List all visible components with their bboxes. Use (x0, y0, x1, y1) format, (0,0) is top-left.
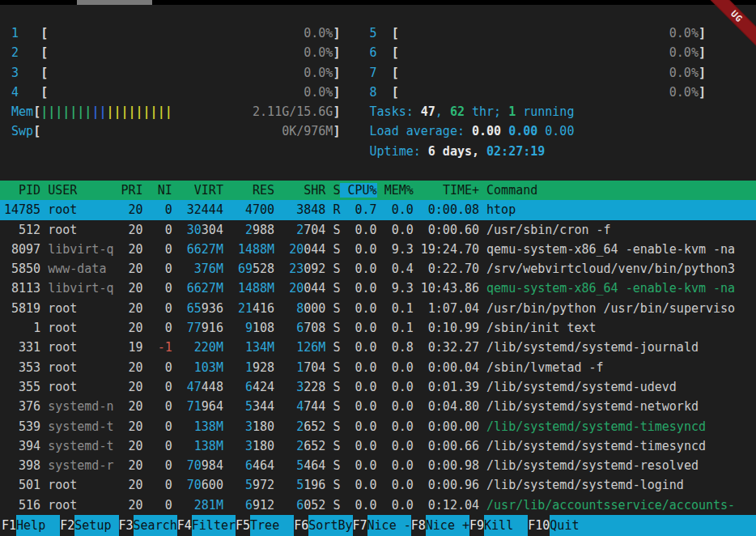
column-header-time[interactable]: TIME+ (414, 183, 479, 198)
fkey-label-f6[interactable]: SortBy (308, 515, 352, 536)
fkey-f2[interactable]: F2 (60, 515, 74, 536)
process-row[interactable]: 8097 libvirt-q 20 0 6627M 1488M 20044 S … (0, 240, 756, 259)
process-row[interactable]: 512 root 20 0 30304 2988 2704 S 0.0 0.0 … (0, 220, 756, 240)
process-row[interactable]: 355 root 20 0 47448 6424 3228 S 0.0 0.0 … (0, 377, 756, 397)
fkey-f1[interactable]: F1 (2, 515, 16, 536)
column-header-pri[interactable]: PRI (113, 183, 142, 198)
column-header-res[interactable]: RES (223, 183, 274, 198)
fkey-f8[interactable]: F8 (411, 515, 426, 536)
yellow-meter-pipes: ||||||||| (106, 104, 172, 119)
column-header-user[interactable]: USER (40, 183, 113, 198)
fkey-label-f10[interactable]: Quit (550, 515, 593, 536)
column-header-pid[interactable]: PID (4, 183, 40, 198)
column-header-s[interactable]: S (325, 183, 340, 198)
scrollbar-thumb[interactable] (77, 0, 152, 5)
process-row[interactable]: 516 root 20 0 281M 6912 6052 S 0.0 0.0 0… (0, 496, 756, 515)
fkey-f3[interactable]: F3 (119, 515, 134, 536)
uptime-row: Uptime: 6 days, 02:27:19 (4, 142, 706, 161)
fkey-label-f2[interactable]: Setup (74, 515, 118, 536)
fkey-label-f9[interactable]: Kill (484, 515, 528, 536)
process-row[interactable]: 501 root 20 0 70600 5972 5196 S 0.0 0.0 … (0, 475, 756, 495)
process-row[interactable]: 8113 libvirt-q 20 0 6627M 1488M 20044 S … (0, 279, 756, 298)
process-row[interactable]: 376 systemd-n 20 0 71964 5344 4744 S 0.0… (0, 397, 756, 416)
cpu-meter-row[interactable]: 3 [ 0.0%] 7 [ 0.0%] (4, 63, 706, 83)
column-header-cmd[interactable]: Command (479, 183, 537, 198)
fkey-f10[interactable]: F10 (528, 515, 550, 536)
process-row[interactable]: 353 root 20 0 103M 1928 1704 S 0.0 0.0 0… (0, 358, 756, 377)
system-meters: 1 [ 0.0%] 5 [ 0.0%] 2 [ 0.0%] 6 [ 0.0%] … (4, 23, 706, 161)
green-meter-pipes: ||||||| (40, 104, 91, 119)
process-row[interactable]: 394 systemd-t 20 0 138M 3180 2652 S 0.0 … (0, 436, 756, 456)
process-table: PID USER PRI NI VIRT RES SHR S CPU% MEM%… (0, 181, 756, 515)
fbar-fill (594, 515, 756, 536)
column-header-shr[interactable]: SHR (274, 183, 325, 198)
column-header-ni[interactable]: NI (143, 183, 172, 198)
ribbon-text: UG (728, 9, 745, 25)
fkey-label-f8[interactable]: Nice + (426, 515, 469, 536)
process-row[interactable]: 331 root 19 -1 220M 134M 126M S 0.0 0.8 … (0, 338, 756, 357)
fkey-label-f7[interactable]: Nice - (367, 515, 411, 536)
htop-terminal: UG 1 [ 0.0%] 5 [ 0.0%] 2 [ 0.0%] 6 [ 0.0… (0, 0, 756, 536)
fkey-label-f5[interactable]: Tree (250, 515, 294, 536)
fkey-f7[interactable]: F7 (353, 515, 367, 536)
cpu-meter-row[interactable]: 1 [ 0.0%] 5 [ 0.0%] (4, 23, 706, 43)
fkey-f6[interactable]: F6 (294, 515, 308, 536)
table-header-row: PID USER PRI NI VIRT RES SHR S CPU% MEM%… (0, 181, 756, 200)
fkey-label-f4[interactable]: Filter (192, 515, 236, 536)
process-row[interactable]: 14785 root 20 0 32444 4700 3848 R 0.7 0.… (0, 200, 756, 219)
column-header-virt[interactable]: VIRT (172, 183, 223, 198)
fkey-f5[interactable]: F5 (236, 515, 250, 536)
blue-meter-pipes: || (91, 104, 106, 119)
fkey-label-f3[interactable]: Search (134, 515, 177, 536)
column-header-cpu[interactable]: CPU% (340, 183, 376, 198)
fkey-f4[interactable]: F4 (177, 515, 192, 536)
process-row[interactable]: 5850 www-data 20 0 376M 69528 23092 S 0.… (0, 259, 756, 279)
process-row[interactable]: 539 systemd-t 20 0 138M 3180 2652 S 0.0 … (0, 417, 756, 436)
window-top-strip (0, 0, 756, 5)
cpu-meter-row[interactable]: 4 [ 0.0%] 8 [ 0.0%] (4, 83, 706, 102)
function-key-bar: F1Help F2Setup F3SearchF4FilterF5Tree F6… (0, 515, 756, 536)
process-row[interactable]: 5819 root 20 0 65936 21416 8000 S 0.0 0.… (0, 299, 756, 318)
column-header-mem[interactable]: MEM% (377, 183, 414, 198)
fkey-label-f1[interactable]: Help (16, 515, 60, 536)
swap-meter-row[interactable]: Swp[ 0K/976M] Load average: 0.00 0.00 0.… (4, 121, 706, 141)
process-row[interactable]: 398 systemd-r 20 0 70984 6464 5464 S 0.0… (0, 456, 756, 475)
memory-meter-row[interactable]: Mem[|||||||||||||||||| 2.11G/15.6G] Task… (4, 102, 706, 121)
process-row[interactable]: 1 root 20 0 77916 9108 6708 S 0.0 0.1 0:… (0, 318, 756, 338)
fkey-f9[interactable]: F9 (469, 515, 484, 536)
cpu-meter-row[interactable]: 2 [ 0.0%] 6 [ 0.0%] (4, 43, 706, 62)
debug-corner-ribbon: UG (704, 0, 756, 49)
